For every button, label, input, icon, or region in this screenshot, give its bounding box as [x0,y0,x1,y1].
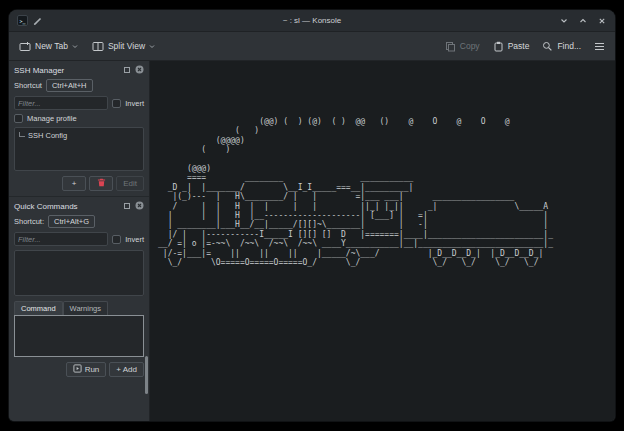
ssh-add-button[interactable]: + [62,176,86,191]
find-label: Find... [557,41,581,51]
hamburger-icon [594,42,605,51]
close-panel-icon[interactable] [135,65,144,76]
tree-branch-icon [19,132,25,137]
close-button[interactable] [597,16,607,26]
ssh-filter-input[interactable] [14,96,108,110]
ssh-shortcut-label: Shortcut [14,81,42,90]
run-icon [73,364,82,375]
float-panel-icon[interactable] [123,66,131,76]
qc-shortcut-button[interactable]: Ctrl+Alt+G [48,215,95,228]
tree-item-ssh-config[interactable]: SSH Config [19,131,139,140]
qc-shortcut-label: Shortcut: [14,217,44,226]
sidebar: SSH Manager Shortcut Ctrl+Alt+H Invert [9,61,150,421]
ssh-invert-label: Invert [125,99,144,108]
ssh-manager-title: SSH Manager [14,66,64,75]
qc-filter-input[interactable] [14,232,108,246]
qc-invert-checkbox[interactable] [112,235,121,244]
window-title: ~ : sl — Konsole [9,16,615,25]
qc-command-list[interactable] [14,250,144,296]
quick-commands-header[interactable]: Quick Commands [9,197,149,215]
qc-run-button[interactable]: Run [66,362,107,377]
copy-button[interactable]: Copy [445,41,480,52]
qc-tabs: Command Warnings [9,301,149,315]
quick-commands-title: Quick Commands [14,202,78,211]
qc-command-editor[interactable] [14,315,144,357]
maximize-button[interactable] [578,16,588,26]
qc-add-button[interactable]: + Add [109,362,144,377]
paste-label: Paste [508,41,530,51]
tree-item-label: SSH Config [28,131,67,140]
split-view-button[interactable]: Split View [92,41,155,52]
ssh-shortcut-button[interactable]: Ctrl+Alt+H [46,79,93,92]
new-tab-button[interactable]: New Tab [19,41,78,52]
ssh-invert-checkbox[interactable] [112,99,121,108]
minimize-button[interactable] [559,16,569,26]
titlebar[interactable]: >_ ~ : sl — Konsole [9,10,615,32]
qc-invert-label: Invert [125,235,144,244]
tab-command[interactable]: Command [14,301,63,315]
search-icon [542,41,553,52]
ssh-delete-button[interactable] [89,176,113,191]
sidebar-scrollbar[interactable] [145,61,148,421]
copy-icon [445,41,456,52]
new-tab-label: New Tab [35,41,68,51]
scrollbar-thumb[interactable] [145,356,148,394]
tab-warnings[interactable]: Warnings [63,301,108,315]
close-panel-icon[interactable] [135,201,144,212]
chevron-down-icon [72,44,78,49]
find-button[interactable]: Find... [542,41,581,52]
split-view-icon [92,41,104,52]
float-panel-icon[interactable] [123,202,131,212]
manage-profile-checkbox[interactable] [14,114,23,123]
paste-icon [493,41,504,52]
new-tab-icon [19,41,31,52]
chevron-down-icon [149,44,155,49]
run-label: Run [85,365,100,374]
copy-label: Copy [460,41,480,51]
ascii-train-art: (@@) ( ) (@) ( ) @@ () @ O @ O @ ( ) (@@… [158,117,553,268]
ssh-config-tree[interactable]: SSH Config [14,127,144,171]
manage-profile-label: Manage profile [27,114,77,123]
trash-icon [97,178,106,189]
paste-button[interactable]: Paste [493,41,530,52]
main-toolbar: New Tab Split View Copy [9,32,615,61]
ssh-edit-button[interactable]: Edit [116,176,144,191]
konsole-app-icon: >_ [17,15,28,26]
konsole-window: >_ ~ : sl — Konsole New Tab [9,10,615,421]
ssh-manager-header[interactable]: SSH Manager [9,61,149,79]
split-view-label: Split View [108,41,145,51]
pencil-icon [33,12,42,30]
menu-button[interactable] [594,42,605,51]
terminal-area[interactable]: (@@) ( ) (@) ( ) @@ () @ O @ O @ ( ) (@@… [150,61,615,421]
